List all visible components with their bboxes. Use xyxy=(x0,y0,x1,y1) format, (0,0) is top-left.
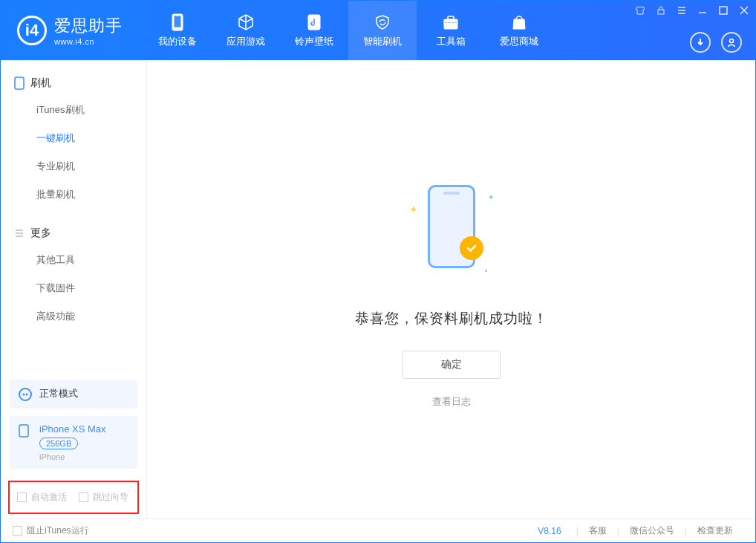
menu-icon[interactable] xyxy=(677,5,687,16)
svg-point-10 xyxy=(23,394,25,396)
svg-rect-12 xyxy=(19,425,28,437)
cube-icon xyxy=(236,13,255,32)
music-file-icon xyxy=(304,13,324,32)
download-circle-icon[interactable] xyxy=(690,32,711,53)
success-illustration: ✦ ✦ • xyxy=(396,171,507,282)
checkbox-block-itunes[interactable]: 阻止iTunes运行 xyxy=(13,524,89,537)
svg-point-8 xyxy=(730,39,734,43)
checkbox-skip-guide[interactable]: 跳过向导 xyxy=(79,491,128,504)
sidebar-item-other-tools[interactable]: 其他工具 xyxy=(1,246,146,274)
app-window: i4 爱思助手 www.i4.cn 我的设备 应用游戏 铃声壁纸 智能刷机 xyxy=(0,0,756,543)
svg-rect-3 xyxy=(444,19,457,29)
sparkle-icon: ✦ xyxy=(409,204,418,215)
logo[interactable]: i4 爱思助手 www.i4.cn xyxy=(1,1,137,60)
header-actions xyxy=(690,32,742,53)
sidebar-item-advanced[interactable]: 高级功能 xyxy=(1,302,146,331)
nav-store[interactable]: 爱思商城 xyxy=(485,1,553,60)
sidebar-item-oneclick-flash[interactable]: 一键刷机 xyxy=(1,124,146,152)
nav-toolbox[interactable]: 工具箱 xyxy=(417,1,485,60)
checkbox-auto-activate[interactable]: 自动激活 xyxy=(17,491,67,504)
sidebar-group-more: 更多 xyxy=(1,218,146,246)
phone-small-icon xyxy=(19,424,32,438)
nav-apps-games[interactable]: 应用游戏 xyxy=(212,1,280,60)
device-icon xyxy=(168,13,187,32)
main-content: ✦ ✦ • 恭喜您，保资料刷机成功啦！ 确定 查看日志 xyxy=(147,60,755,518)
svg-point-11 xyxy=(26,394,28,396)
close-icon[interactable] xyxy=(739,5,749,16)
mode-icon xyxy=(19,388,32,401)
footer-link-update[interactable]: 检查更新 xyxy=(697,524,733,537)
confirm-button[interactable]: 确定 xyxy=(403,351,501,379)
success-message: 恭喜您，保资料刷机成功啦！ xyxy=(355,309,548,328)
footer: 阻止iTunes运行 V8.16 | 客服 | 微信公众号 | 检查更新 xyxy=(1,518,755,542)
sparkle-icon: • xyxy=(485,267,488,275)
checkbox-row-highlighted: 自动激活 跳过向导 xyxy=(8,481,139,514)
header: i4 爱思助手 www.i4.cn 我的设备 应用游戏 铃声壁纸 智能刷机 xyxy=(1,1,755,60)
device-type: iPhone xyxy=(39,452,106,461)
checkmark-badge-icon xyxy=(460,236,483,260)
svg-rect-9 xyxy=(15,77,24,89)
svg-rect-4 xyxy=(448,16,454,19)
svg-rect-5 xyxy=(444,22,457,24)
device-name: iPhone XS Max xyxy=(39,423,106,435)
sidebar-group-label: 更多 xyxy=(30,227,51,240)
sidebar-item-pro-flash[interactable]: 专业刷机 xyxy=(1,152,146,181)
brand-url: www.i4.cn xyxy=(54,37,123,46)
nav-label: 我的设备 xyxy=(158,35,197,48)
mode-panel[interactable]: 正常模式 xyxy=(10,380,137,409)
sidebar: 刷机 iTunes刷机 一键刷机 专业刷机 批量刷机 更多 其他工具 下载固件 … xyxy=(1,60,147,518)
view-log-link[interactable]: 查看日志 xyxy=(432,395,471,409)
tshirt-icon[interactable] xyxy=(635,5,645,16)
window-controls xyxy=(635,5,749,16)
device-panels: 正常模式 iPhone XS Max 256GB iPhone xyxy=(1,380,146,481)
nav-label: 铃声壁纸 xyxy=(295,35,333,48)
minimize-icon[interactable] xyxy=(697,5,708,16)
nav-my-device[interactable]: 我的设备 xyxy=(143,1,212,60)
nav-label: 爱思商城 xyxy=(500,35,538,48)
phone-outline-icon xyxy=(14,77,25,90)
body: 刷机 iTunes刷机 一键刷机 专业刷机 批量刷机 更多 其他工具 下载固件 … xyxy=(1,60,755,518)
sidebar-item-itunes-flash[interactable]: iTunes刷机 xyxy=(1,96,146,124)
nav-label: 工具箱 xyxy=(437,35,466,48)
device-panel[interactable]: iPhone XS Max 256GB iPhone xyxy=(10,416,137,469)
nav-ringtones[interactable]: 铃声壁纸 xyxy=(280,1,348,60)
nav-label: 应用游戏 xyxy=(227,35,265,48)
svg-rect-6 xyxy=(658,10,664,14)
brand-name: 爱思助手 xyxy=(54,15,123,37)
sidebar-group-flash: 刷机 xyxy=(1,68,146,96)
device-capacity: 256GB xyxy=(39,438,78,449)
svg-rect-1 xyxy=(174,16,181,27)
mode-label: 正常模式 xyxy=(39,387,78,400)
sidebar-item-download-firmware[interactable]: 下载固件 xyxy=(1,274,146,302)
list-icon xyxy=(14,228,25,238)
footer-link-wechat[interactable]: 微信公众号 xyxy=(630,524,674,537)
sparkle-icon: ✦ xyxy=(488,193,494,201)
nav-label: 智能刷机 xyxy=(363,35,402,48)
lock-icon[interactable] xyxy=(656,5,666,16)
toolbox-icon xyxy=(441,13,460,32)
top-nav: 我的设备 应用游戏 铃声壁纸 智能刷机 工具箱 爱思商城 xyxy=(143,1,553,60)
version-label: V8.16 xyxy=(538,526,561,536)
footer-link-support[interactable]: 客服 xyxy=(589,524,607,537)
sidebar-group-label: 刷机 xyxy=(30,77,51,90)
sidebar-item-batch-flash[interactable]: 批量刷机 xyxy=(1,181,146,209)
maximize-icon[interactable] xyxy=(718,5,729,16)
refresh-shield-icon xyxy=(373,13,392,32)
bag-icon xyxy=(509,13,529,32)
user-circle-icon[interactable] xyxy=(721,32,742,53)
svg-rect-7 xyxy=(720,7,727,14)
logo-icon: i4 xyxy=(17,16,47,45)
nav-flash[interactable]: 智能刷机 xyxy=(348,1,417,60)
